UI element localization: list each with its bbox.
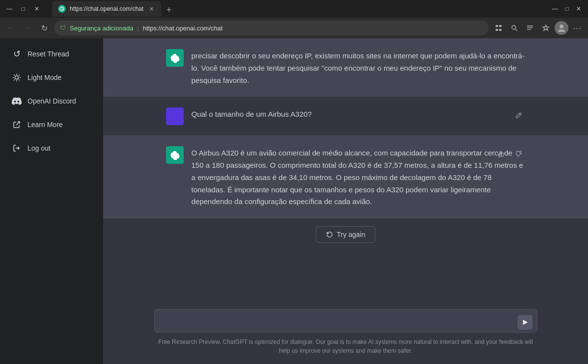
- search-button[interactable]: [507, 21, 521, 35]
- svg-line-19: [14, 79, 15, 80]
- sidebar-item-discord[interactable]: OpenAI Discord: [4, 90, 99, 112]
- user-message-content: Qual o tamanho de um Airbus A320?: [192, 106, 526, 121]
- svg-rect-4: [499, 29, 502, 31]
- tab-bar: https://chat.openai.com/chat ✕ +: [48, 1, 548, 17]
- maximize-window[interactable]: □: [561, 3, 572, 14]
- edit-message-button[interactable]: [512, 108, 526, 122]
- user-message-actions: [512, 108, 526, 122]
- try-again-button[interactable]: Try again: [316, 226, 376, 243]
- user-message-block: Qual o tamanho de um Airbus A320?: [103, 97, 588, 135]
- input-wrapper: [154, 309, 537, 335]
- active-tab[interactable]: https://chat.openai.com/chat ✕: [52, 1, 161, 17]
- thumbs-down-button[interactable]: [512, 147, 526, 161]
- ai-message-block: O Airbus A320 é um avião comercial de mé…: [103, 135, 588, 218]
- minimize-window[interactable]: —: [550, 3, 560, 14]
- chat-input[interactable]: [154, 309, 537, 333]
- ai-message-inner: O Airbus A320 é um avião comercial de mé…: [154, 145, 537, 208]
- ai-message-actions: [494, 147, 526, 161]
- security-label: Segurança adicionada: [70, 25, 133, 32]
- svg-line-17: [19, 79, 20, 80]
- address-bar-row: ← → ↻ 🛡 Segurança adicionada | https://c…: [0, 18, 588, 38]
- sidebar-label-light-mode: Light Mode: [28, 74, 61, 81]
- ai-avatar: [166, 146, 184, 164]
- discord-icon: [12, 96, 22, 106]
- toolbar-right: ···: [492, 21, 584, 35]
- sidebar-label-learn-more: Learn More: [28, 121, 63, 129]
- partial-message-inner: precisar descobrir o seu endereço IP, ex…: [154, 48, 537, 86]
- address-bar[interactable]: 🛡 Segurança adicionada | https://chat.op…: [54, 21, 489, 35]
- back-button[interactable]: ←: [4, 21, 18, 35]
- tab-close-button[interactable]: ✕: [147, 5, 155, 13]
- try-again-label: Try again: [337, 231, 365, 238]
- svg-rect-9: [527, 29, 531, 30]
- forward-button[interactable]: →: [21, 21, 34, 35]
- share-button[interactable]: [492, 21, 505, 35]
- thumbs-up-button[interactable]: [494, 147, 508, 161]
- ai-message-content: O Airbus A320 é um avião comercial de mé…: [192, 145, 526, 208]
- svg-point-10: [560, 25, 563, 28]
- new-tab-button[interactable]: +: [162, 3, 176, 17]
- more-options-button[interactable]: ···: [570, 21, 584, 35]
- user-avatar: [166, 107, 184, 125]
- logout-icon: [12, 143, 22, 153]
- close-window[interactable]: ✕: [573, 3, 584, 14]
- title-bar: — □ ✕ https://chat.openai.com/chat ✕ + —…: [0, 0, 588, 18]
- window-right-controls: — □ ✕: [550, 3, 584, 14]
- svg-line-6: [516, 29, 518, 31]
- svg-line-16: [14, 75, 15, 76]
- input-area: Free Research Preview. ChatGPT is optimi…: [103, 303, 588, 364]
- svg-rect-2: [499, 25, 502, 27]
- reset-icon: ↺: [12, 49, 22, 59]
- window-controls: — □ ✕: [4, 3, 42, 14]
- tab-favicon: [58, 5, 66, 13]
- sidebar-label-reset: Reset Thread: [28, 50, 69, 58]
- app-container: ↺ Reset Thread: [0, 38, 588, 364]
- tab-title: https://chat.openai.com/chat: [70, 5, 143, 12]
- svg-rect-8: [527, 27, 533, 28]
- svg-rect-3: [496, 29, 498, 31]
- address-divider: |: [137, 25, 139, 32]
- sidebar: ↺ Reset Thread: [0, 38, 103, 364]
- svg-point-11: [15, 76, 19, 79]
- window-control-close[interactable]: ✕: [31, 3, 42, 14]
- svg-line-20: [16, 122, 20, 125]
- svg-line-18: [19, 75, 20, 76]
- profile-button[interactable]: [555, 21, 568, 35]
- external-link-icon: [12, 120, 22, 130]
- sidebar-label-discord: OpenAI Discord: [28, 97, 76, 105]
- sidebar-item-logout[interactable]: Log out: [4, 137, 99, 159]
- window-control-minimize[interactable]: —: [4, 3, 15, 14]
- security-icon: 🛡: [60, 25, 66, 31]
- reader-mode-button[interactable]: [523, 21, 537, 35]
- refresh-button[interactable]: ↻: [37, 21, 51, 35]
- sidebar-label-logout: Log out: [28, 144, 51, 152]
- sun-icon: [12, 73, 22, 82]
- send-button[interactable]: [518, 315, 532, 330]
- user-message-inner: Qual o tamanho de um Airbus A320?: [154, 106, 537, 125]
- svg-point-5: [512, 26, 516, 29]
- try-again-row: Try again: [103, 218, 588, 251]
- favorites-button[interactable]: [539, 21, 553, 35]
- ai-avatar-partial: [166, 49, 184, 67]
- chat-scroll[interactable]: precisar descobrir o seu endereço IP, ex…: [103, 38, 588, 303]
- svg-rect-1: [496, 25, 498, 27]
- sidebar-item-learn-more[interactable]: Learn More: [4, 114, 99, 135]
- window-control-maximize[interactable]: □: [18, 3, 28, 14]
- svg-rect-7: [527, 26, 533, 26]
- sidebar-item-light-mode[interactable]: Light Mode: [4, 67, 99, 88]
- chat-area: precisar descobrir o seu endereço IP, ex…: [103, 38, 588, 364]
- address-url: https://chat.openai.com/chat: [143, 25, 223, 32]
- sidebar-item-reset-thread[interactable]: ↺ Reset Thread: [4, 43, 99, 65]
- footer-text: Free Research Preview. ChatGPT is optimi…: [154, 335, 537, 360]
- partial-ai-message: precisar descobrir o seu endereço IP, ex…: [103, 38, 588, 97]
- partial-message-content: precisar descobrir o seu endereço IP, ex…: [192, 48, 526, 86]
- svg-line-22: [519, 114, 520, 115]
